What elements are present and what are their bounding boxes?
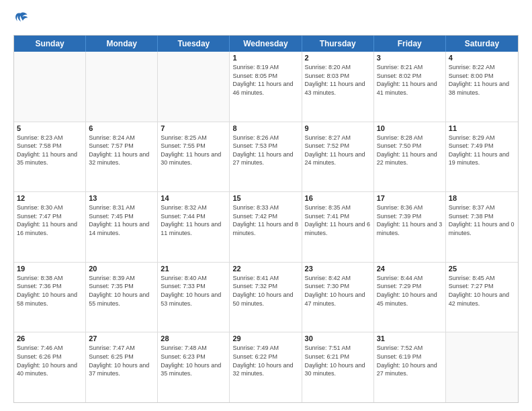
day-number: 21 <box>161 265 226 273</box>
day-number: 19 <box>17 265 83 273</box>
day-info: Sunrise: 7:47 AM Sunset: 6:25 PM Dayligh… <box>89 344 154 377</box>
calendar-cell: 26Sunrise: 7:46 AM Sunset: 6:26 PM Dayli… <box>14 332 86 402</box>
calendar-cell: 19Sunrise: 8:38 AM Sunset: 7:36 PM Dayli… <box>14 263 86 332</box>
day-number: 10 <box>377 124 443 132</box>
day-info: Sunrise: 8:45 AM Sunset: 7:27 PM Dayligh… <box>449 274 515 308</box>
day-info: Sunrise: 8:29 AM Sunset: 7:49 PM Dayligh… <box>449 134 515 167</box>
day-number: 31 <box>377 334 443 342</box>
calendar: SundayMondayTuesdayWednesdayThursdayFrid… <box>13 35 519 403</box>
day-number: 20 <box>89 265 154 273</box>
calendar-cell: 9Sunrise: 8:27 AM Sunset: 7:52 PM Daylig… <box>302 122 374 192</box>
calendar-cell: 22Sunrise: 8:41 AM Sunset: 7:32 PM Dayli… <box>230 263 302 332</box>
day-number: 7 <box>161 124 226 132</box>
calendar-cell: 20Sunrise: 8:39 AM Sunset: 7:35 PM Dayli… <box>86 263 158 332</box>
calendar-cell: 21Sunrise: 8:40 AM Sunset: 7:33 PM Dayli… <box>158 263 230 332</box>
logo-bird-icon <box>13 11 28 26</box>
calendar-week-row: 26Sunrise: 7:46 AM Sunset: 6:26 PM Dayli… <box>14 332 518 402</box>
calendar-body: 1Sunrise: 8:19 AM Sunset: 8:05 PM Daylig… <box>14 52 518 402</box>
calendar-cell: 29Sunrise: 7:49 AM Sunset: 6:22 PM Dayli… <box>230 332 302 402</box>
page: SundayMondayTuesdayWednesdayThursdayFrid… <box>0 0 532 411</box>
day-number: 8 <box>232 124 298 132</box>
day-info: Sunrise: 7:49 AM Sunset: 6:22 PM Dayligh… <box>232 344 298 377</box>
calendar-cell: 4Sunrise: 8:22 AM Sunset: 8:00 PM Daylig… <box>446 52 518 122</box>
day-info: Sunrise: 8:37 AM Sunset: 7:38 PM Dayligh… <box>449 203 515 237</box>
calendar-cell: 27Sunrise: 7:47 AM Sunset: 6:25 PM Dayli… <box>86 332 158 402</box>
cal-day-header: Thursday <box>302 36 374 52</box>
day-number: 3 <box>377 54 443 62</box>
cal-day-header: Wednesday <box>230 36 302 52</box>
day-number: 13 <box>89 194 154 202</box>
day-info: Sunrise: 8:44 AM Sunset: 7:29 PM Dayligh… <box>377 274 443 308</box>
day-info: Sunrise: 8:26 AM Sunset: 7:53 PM Dayligh… <box>232 134 298 167</box>
calendar-cell: 2Sunrise: 8:20 AM Sunset: 8:03 PM Daylig… <box>302 52 374 122</box>
header <box>13 11 519 28</box>
calendar-cell: 3Sunrise: 8:21 AM Sunset: 8:02 PM Daylig… <box>374 52 446 122</box>
day-number: 18 <box>449 194 515 202</box>
calendar-cell: 30Sunrise: 7:51 AM Sunset: 6:21 PM Dayli… <box>302 332 374 402</box>
calendar-week-row: 1Sunrise: 8:19 AM Sunset: 8:05 PM Daylig… <box>14 52 518 122</box>
cal-day-header: Sunday <box>14 36 86 52</box>
day-number: 24 <box>377 265 443 273</box>
calendar-cell: 7Sunrise: 8:25 AM Sunset: 7:55 PM Daylig… <box>158 122 230 192</box>
cal-day-header: Tuesday <box>158 36 230 52</box>
day-info: Sunrise: 8:40 AM Sunset: 7:33 PM Dayligh… <box>161 274 226 308</box>
day-number: 5 <box>17 124 83 132</box>
day-info: Sunrise: 8:36 AM Sunset: 7:39 PM Dayligh… <box>377 203 443 237</box>
day-number: 26 <box>17 334 83 342</box>
day-info: Sunrise: 8:33 AM Sunset: 7:42 PM Dayligh… <box>232 203 298 237</box>
day-info: Sunrise: 8:20 AM Sunset: 8:03 PM Dayligh… <box>305 63 371 97</box>
calendar-cell: 11Sunrise: 8:29 AM Sunset: 7:49 PM Dayli… <box>446 122 518 192</box>
day-number: 15 <box>232 194 298 202</box>
calendar-cell: 17Sunrise: 8:36 AM Sunset: 7:39 PM Dayli… <box>374 192 446 262</box>
calendar-header-row: SundayMondayTuesdayWednesdayThursdayFrid… <box>14 36 518 52</box>
logo <box>13 11 31 28</box>
calendar-cell <box>158 52 230 122</box>
calendar-cell: 28Sunrise: 7:48 AM Sunset: 6:23 PM Dayli… <box>158 332 230 402</box>
day-number: 1 <box>232 54 298 62</box>
calendar-cell: 31Sunrise: 7:52 AM Sunset: 6:19 PM Dayli… <box>374 332 446 402</box>
day-info: Sunrise: 8:41 AM Sunset: 7:32 PM Dayligh… <box>232 274 298 308</box>
day-info: Sunrise: 8:35 AM Sunset: 7:41 PM Dayligh… <box>305 203 371 237</box>
calendar-week-row: 5Sunrise: 8:23 AM Sunset: 7:58 PM Daylig… <box>14 122 518 193</box>
calendar-cell <box>446 332 518 402</box>
day-number: 4 <box>449 54 515 62</box>
day-info: Sunrise: 7:48 AM Sunset: 6:23 PM Dayligh… <box>161 344 226 377</box>
day-info: Sunrise: 8:38 AM Sunset: 7:36 PM Dayligh… <box>17 274 83 308</box>
day-number: 11 <box>449 124 515 132</box>
day-number: 2 <box>305 54 371 62</box>
calendar-cell: 6Sunrise: 8:24 AM Sunset: 7:57 PM Daylig… <box>86 122 158 192</box>
calendar-cell: 18Sunrise: 8:37 AM Sunset: 7:38 PM Dayli… <box>446 192 518 262</box>
day-number: 25 <box>449 265 515 273</box>
day-info: Sunrise: 8:28 AM Sunset: 7:50 PM Dayligh… <box>377 134 443 167</box>
calendar-week-row: 19Sunrise: 8:38 AM Sunset: 7:36 PM Dayli… <box>14 263 518 333</box>
day-info: Sunrise: 7:46 AM Sunset: 6:26 PM Dayligh… <box>17 344 83 377</box>
day-info: Sunrise: 8:42 AM Sunset: 7:30 PM Dayligh… <box>305 274 371 308</box>
calendar-cell: 25Sunrise: 8:45 AM Sunset: 7:27 PM Dayli… <box>446 263 518 332</box>
calendar-cell: 24Sunrise: 8:44 AM Sunset: 7:29 PM Dayli… <box>374 263 446 332</box>
day-info: Sunrise: 8:27 AM Sunset: 7:52 PM Dayligh… <box>305 134 371 167</box>
day-number: 16 <box>305 194 371 202</box>
day-number: 14 <box>161 194 226 202</box>
day-info: Sunrise: 8:39 AM Sunset: 7:35 PM Dayligh… <box>89 274 154 308</box>
day-number: 27 <box>89 334 154 342</box>
day-number: 30 <box>305 334 371 342</box>
calendar-cell: 13Sunrise: 8:31 AM Sunset: 7:45 PM Dayli… <box>86 192 158 262</box>
day-number: 22 <box>232 265 298 273</box>
day-info: Sunrise: 8:22 AM Sunset: 8:00 PM Dayligh… <box>449 63 515 97</box>
day-info: Sunrise: 8:23 AM Sunset: 7:58 PM Dayligh… <box>17 134 83 167</box>
calendar-cell: 15Sunrise: 8:33 AM Sunset: 7:42 PM Dayli… <box>230 192 302 262</box>
day-info: Sunrise: 8:21 AM Sunset: 8:02 PM Dayligh… <box>377 63 443 97</box>
cal-day-header: Monday <box>86 36 158 52</box>
calendar-cell: 16Sunrise: 8:35 AM Sunset: 7:41 PM Dayli… <box>302 192 374 262</box>
day-info: Sunrise: 8:30 AM Sunset: 7:47 PM Dayligh… <box>17 203 83 237</box>
calendar-week-row: 12Sunrise: 8:30 AM Sunset: 7:47 PM Dayli… <box>14 192 518 263</box>
calendar-cell <box>14 52 86 122</box>
calendar-cell: 1Sunrise: 8:19 AM Sunset: 8:05 PM Daylig… <box>230 52 302 122</box>
day-info: Sunrise: 7:52 AM Sunset: 6:19 PM Dayligh… <box>377 344 443 377</box>
calendar-cell <box>86 52 158 122</box>
day-info: Sunrise: 8:31 AM Sunset: 7:45 PM Dayligh… <box>89 203 154 237</box>
day-info: Sunrise: 8:19 AM Sunset: 8:05 PM Dayligh… <box>232 63 298 97</box>
day-number: 29 <box>232 334 298 342</box>
day-info: Sunrise: 7:51 AM Sunset: 6:21 PM Dayligh… <box>305 344 371 377</box>
calendar-cell: 5Sunrise: 8:23 AM Sunset: 7:58 PM Daylig… <box>14 122 86 192</box>
